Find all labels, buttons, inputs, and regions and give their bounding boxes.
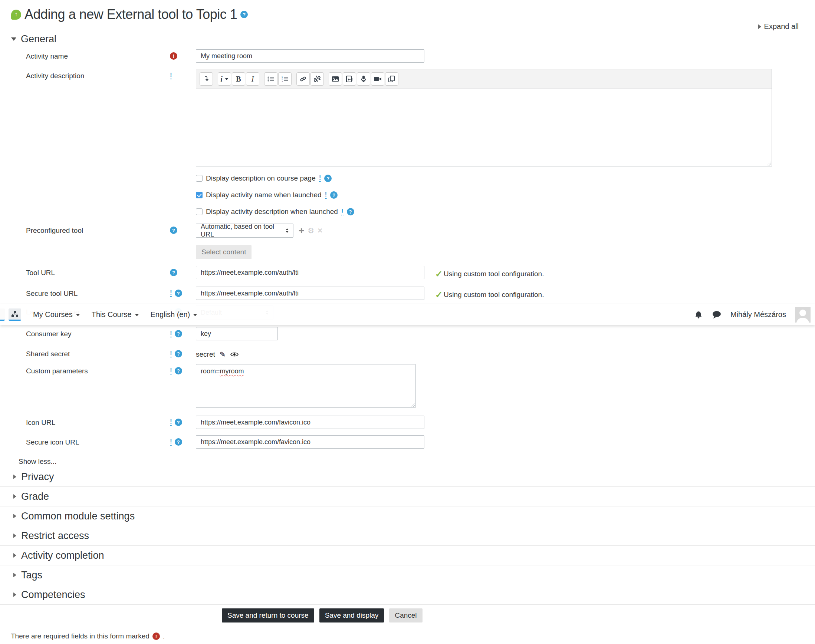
help-icon[interactable]: ? (175, 290, 182, 297)
ordered-list-icon[interactable]: 123 (278, 72, 292, 86)
svg-text:3: 3 (281, 80, 283, 82)
secure-tool-url-input[interactable] (196, 287, 424, 300)
external-tool-icon: ↑ (11, 10, 21, 20)
custom-parameters-textarea[interactable]: room=myroom (196, 364, 416, 408)
help-icon[interactable]: ? (170, 227, 177, 234)
chevron-right-icon (13, 553, 16, 558)
save-return-button[interactable]: Save and return to course (222, 609, 314, 623)
section-grade[interactable]: Grade (0, 487, 815, 506)
row-display-description: Display description on course page ! ? (196, 174, 798, 182)
advanced-icon: ! (170, 419, 172, 426)
display-activity-description-checkbox[interactable] (196, 209, 203, 215)
section-general[interactable]: General (11, 33, 815, 45)
avatar[interactable] (795, 307, 810, 322)
record-audio-icon[interactable] (357, 72, 370, 86)
section-competencies[interactable]: Competencies (0, 585, 815, 605)
help-icon[interactable]: ? (175, 330, 182, 337)
italic-button[interactable]: I (246, 72, 259, 86)
resize-grip[interactable] (409, 401, 415, 407)
expand-all-link[interactable]: Expand all (758, 22, 799, 31)
paragraph-style-button[interactable]: i (218, 72, 231, 86)
help-icon[interactable]: ? (170, 269, 177, 276)
display-activity-name-label: Display activity name when launched (206, 191, 321, 199)
rich-text-editor: i B I 123 (196, 69, 772, 167)
section-privacy[interactable]: Privacy (0, 467, 815, 487)
tool-url-input[interactable] (196, 266, 424, 279)
activity-description-label: Activity description (0, 69, 170, 80)
advanced-icon: ! (170, 350, 172, 357)
cancel-button[interactable]: Cancel (389, 609, 422, 623)
advanced-icon: ! (325, 191, 327, 199)
help-icon[interactable]: ? (330, 191, 338, 199)
row-preconfigured-tool: Preconfigured tool ? Automatic, based on… (0, 224, 798, 259)
display-description-checkbox[interactable] (196, 175, 203, 182)
messages-icon[interactable] (712, 310, 721, 319)
sitemap-icon[interactable] (9, 308, 21, 321)
record-video-icon[interactable] (371, 72, 384, 86)
secure-icon-url-input[interactable] (196, 435, 424, 449)
consumer-key-label: Consumer key (0, 327, 170, 338)
help-icon[interactable]: ? (175, 350, 182, 357)
user-name[interactable]: Mihály Mészáros (730, 310, 786, 319)
unlink-icon[interactable] (311, 72, 324, 86)
help-icon[interactable]: ? (347, 208, 354, 215)
consumer-key-input[interactable] (196, 327, 278, 340)
help-icon[interactable]: ? (175, 367, 182, 374)
section-restrict-access[interactable]: Restrict access (0, 526, 815, 546)
row-secure-tool-url: Secure tool URL ! ? ✓ Using custom tool … (0, 287, 798, 300)
nav-partial-button[interactable] (0, 308, 5, 321)
advanced-icon: ! (170, 438, 172, 446)
section-common-module-settings[interactable]: Common module settings (0, 506, 815, 526)
bold-button[interactable]: B (232, 72, 245, 86)
notifications-bell-icon[interactable] (694, 310, 703, 319)
delete-tool-icon[interactable]: × (318, 227, 322, 235)
row-tool-url: Tool URL ? ✓ Using custom tool configura… (0, 266, 798, 279)
title-help-icon[interactable]: ? (240, 11, 248, 18)
edit-pencil-icon[interactable]: ✎ (220, 350, 226, 359)
icon-url-input[interactable] (196, 416, 424, 429)
help-icon[interactable]: ? (175, 419, 182, 426)
required-icon: ! (170, 52, 177, 60)
resize-grip[interactable] (765, 159, 771, 166)
help-icon[interactable]: ? (175, 438, 182, 446)
toolbar-toggle-icon[interactable] (200, 72, 213, 86)
show-less-link[interactable]: Show less... (18, 457, 56, 466)
select-content-button[interactable]: Select content (196, 245, 252, 259)
advanced-icon: ! (319, 175, 321, 182)
insert-image-icon[interactable] (329, 72, 342, 86)
nav-language[interactable]: English (en) (151, 310, 197, 319)
display-description-label: Display description on course page (206, 174, 316, 182)
manage-files-icon[interactable] (385, 72, 398, 86)
advanced-icon: ! (170, 330, 172, 337)
help-icon[interactable]: ? (324, 175, 332, 182)
section-activity-completion[interactable]: Activity completion (0, 546, 815, 566)
save-display-button[interactable]: Save and display (319, 609, 384, 623)
tool-url-status: ✓ Using custom tool configuration. (435, 266, 544, 279)
display-activity-name-checkbox[interactable] (196, 192, 203, 198)
row-activity-description: Activity description ! i (0, 69, 798, 216)
chevron-down-icon (135, 314, 139, 316)
top-navbar: My Courses This Course English (en) Mihá… (0, 304, 815, 325)
nav-this-course[interactable]: This Course (92, 310, 139, 319)
required-fields-note: There are required fields in this form m… (11, 632, 815, 640)
preconfigured-tool-select[interactable]: Automatic, based on tool URL (196, 224, 294, 238)
edit-tool-gear-icon[interactable]: ⚙ (308, 227, 314, 234)
icon-url-label: Icon URL (0, 416, 170, 427)
secure-tool-url-status: ✓ Using custom tool configuration. (435, 287, 544, 300)
row-shared-secret: Shared secret ! ? secret ✎ (0, 347, 798, 359)
nav-my-courses[interactable]: My Courses (33, 310, 80, 319)
chevron-down-icon (225, 78, 229, 80)
activity-name-input[interactable] (196, 49, 424, 63)
shared-secret-label: Shared secret (0, 347, 170, 358)
reveal-eye-icon[interactable] (231, 352, 238, 357)
link-icon[interactable] (297, 72, 310, 86)
section-tags[interactable]: Tags (0, 566, 815, 585)
unordered-list-icon[interactable] (264, 72, 277, 86)
row-icon-url: Icon URL ! ? (0, 416, 798, 429)
chevron-down-icon (76, 314, 80, 316)
editor-content-area[interactable] (196, 89, 772, 167)
add-tool-icon[interactable]: + (298, 226, 304, 235)
chevron-right-icon (13, 592, 16, 597)
custom-parameters-label: Custom parameters (0, 364, 170, 375)
insert-media-icon[interactable] (343, 72, 356, 86)
